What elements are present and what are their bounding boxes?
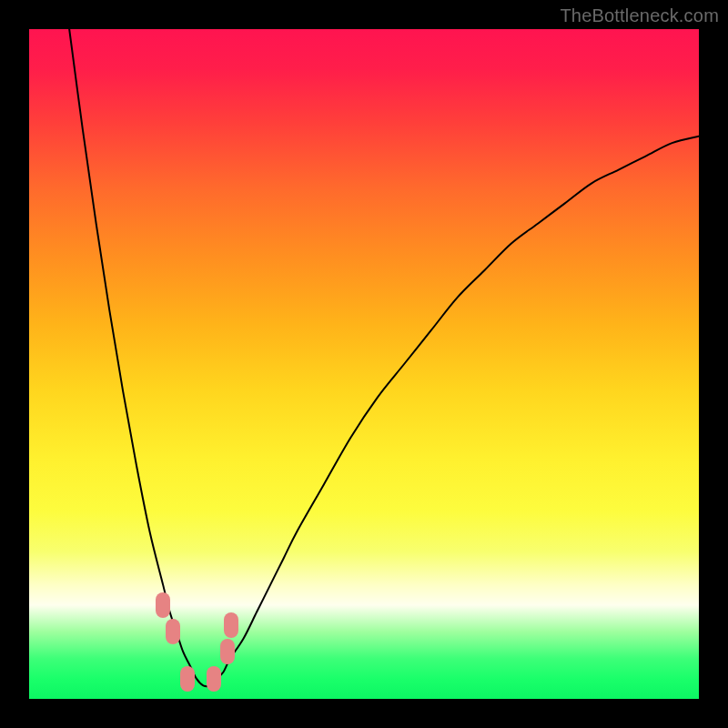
chart-container: TheBottleneck.com [0, 0, 728, 728]
marker-left-lower [166, 619, 180, 644]
marker-left-upper [156, 592, 170, 618]
marker-bottom-right [207, 666, 221, 692]
plot-area [29, 29, 699, 699]
marker-bottom-left [180, 666, 195, 692]
marker-right-lower [220, 639, 235, 664]
curve-path [69, 29, 699, 686]
bottleneck-curve [29, 29, 699, 699]
marker-right-upper [224, 612, 238, 638]
watermark: TheBottleneck.com [560, 5, 719, 26]
